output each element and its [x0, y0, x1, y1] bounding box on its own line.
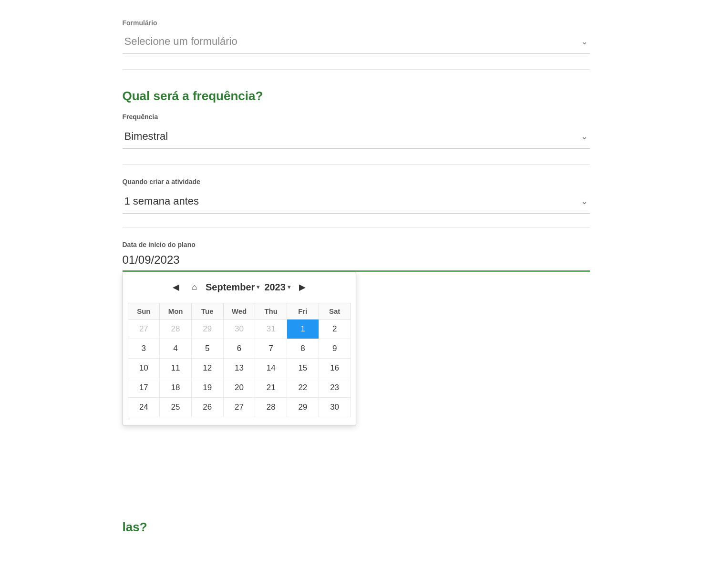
calendar-header-row: Sun Mon Tue Wed Thu Fri Sat [128, 303, 351, 320]
frequencia-select[interactable]: Bimestral ⌄ [123, 125, 590, 149]
calendar-day-cell[interactable]: 29 [287, 398, 319, 417]
year-dropdown-arrow: ▾ [288, 284, 290, 290]
divider-2 [123, 164, 590, 165]
calendar-day-cell[interactable]: 12 [191, 359, 223, 378]
quando-criar-select[interactable]: 1 semana antes ⌄ [123, 190, 590, 214]
calendar-day-cell[interactable]: 16 [319, 359, 351, 378]
calendar-day-cell[interactable]: 18 [160, 378, 192, 398]
frequencia-value: Bimestral [124, 130, 168, 143]
calendar-week-row: 17181920212223 [128, 378, 351, 398]
calendar-day-cell[interactable]: 26 [191, 398, 223, 417]
calendar-day-cell[interactable]: 10 [128, 359, 160, 378]
calendar-day-cell[interactable]: 14 [255, 359, 287, 378]
quando-criar-section: Quando criar a atividade 1 semana antes … [123, 178, 590, 214]
calendar-day-cell[interactable]: 20 [223, 378, 255, 398]
calendar-day-cell[interactable]: 3 [128, 339, 160, 359]
calendar-day-cell[interactable]: 23 [319, 378, 351, 398]
col-header-sat: Sat [319, 303, 351, 320]
col-header-wed: Wed [223, 303, 255, 320]
month-dropdown-arrow: ▾ [257, 284, 259, 290]
formulario-section: Formulário Selecione um formulário ⌄ [123, 19, 590, 54]
calendar-day-cell[interactable]: 27 [128, 320, 160, 339]
divider-1 [123, 69, 590, 70]
calendar-day-cell[interactable]: 4 [160, 339, 192, 359]
calendar-week-row: 24252627282930 [128, 398, 351, 417]
calendar-day-cell[interactable]: 28 [160, 320, 192, 339]
calendar-year-button[interactable]: 2023▾ [264, 282, 290, 293]
partial-heading: las? [123, 520, 147, 534]
calendar-day-cell[interactable]: 5 [191, 339, 223, 359]
calendar-day-cell[interactable]: 27 [223, 398, 255, 417]
data-inicio-label: Data de início do plano [123, 241, 590, 248]
calendar-day-cell[interactable]: 19 [191, 378, 223, 398]
calendar-week-row: 3456789 [128, 339, 351, 359]
divider-3 [123, 227, 590, 227]
calendar-month-button[interactable]: September▾ [206, 282, 259, 293]
calendar-header: ◀ ⌂ September▾ 2023▾ ▶ [128, 278, 351, 296]
calendar-day-cell[interactable]: 15 [287, 359, 319, 378]
date-input[interactable]: 01/09/2023 [123, 253, 590, 272]
calendar-day-cell[interactable]: 17 [128, 378, 160, 398]
date-input-wrapper: 01/09/2023 ◀ ⌂ September▾ 2023▾ ▶ [123, 253, 590, 272]
calendar-day-cell[interactable]: 22 [287, 378, 319, 398]
formulario-label: Formulário [123, 19, 590, 27]
calendar-day-cell[interactable]: 11 [160, 359, 192, 378]
calendar-day-cell[interactable]: 7 [255, 339, 287, 359]
calendar-week-row: 10111213141516 [128, 359, 351, 378]
calendar-day-cell[interactable]: 21 [255, 378, 287, 398]
calendar-day-cell[interactable]: 24 [128, 398, 160, 417]
col-header-mon: Mon [160, 303, 192, 320]
calendar-day-cell[interactable]: 25 [160, 398, 192, 417]
calendar-day-cell[interactable]: 30 [319, 398, 351, 417]
calendar-week-row: 272829303112 [128, 320, 351, 339]
calendar-day-cell[interactable]: 29 [191, 320, 223, 339]
formulario-placeholder: Selecione um formulário [124, 35, 237, 48]
calendar-day-cell[interactable]: 2 [319, 320, 351, 339]
col-header-fri: Fri [287, 303, 319, 320]
formulario-select[interactable]: Selecione um formulário ⌄ [123, 31, 590, 54]
calendar-day-cell[interactable]: 6 [223, 339, 255, 359]
calendar-month-label: September [206, 282, 255, 293]
calendar-year-label: 2023 [264, 282, 286, 293]
calendar-day-cell[interactable]: 30 [223, 320, 255, 339]
quando-criar-label: Quando criar a atividade [123, 178, 590, 186]
calendar-next-button[interactable]: ▶ [295, 280, 310, 294]
frequencia-label: Frequência [123, 113, 590, 121]
calendar-day-cell[interactable]: 31 [255, 320, 287, 339]
data-inicio-section: Data de início do plano 01/09/2023 ◀ ⌂ S… [123, 241, 590, 272]
calendar-prev-button[interactable]: ◀ [169, 280, 183, 294]
col-header-sun: Sun [128, 303, 160, 320]
calendar-day-cell[interactable]: 13 [223, 359, 255, 378]
quando-criar-value: 1 semana antes [124, 195, 199, 207]
chevron-down-icon: ⌄ [581, 36, 588, 47]
partial-section: las? [123, 520, 590, 535]
col-header-tue: Tue [191, 303, 223, 320]
chevron-down-icon-2: ⌄ [581, 131, 588, 142]
chevron-down-icon-3: ⌄ [581, 196, 588, 206]
calendar-day-cell[interactable]: 28 [255, 398, 287, 417]
calendar-home-button[interactable]: ⌂ [188, 280, 201, 294]
calendar-day-cell[interactable]: 8 [287, 339, 319, 359]
frequencia-section: Qual será a frequência? Frequência Bimes… [123, 89, 590, 149]
calendar-day-cell[interactable]: 9 [319, 339, 351, 359]
calendar-day-cell[interactable]: 1 [287, 320, 319, 339]
frequencia-heading: Qual será a frequência? [123, 89, 590, 103]
calendar-popup: ◀ ⌂ September▾ 2023▾ ▶ Sun Mon [123, 272, 356, 425]
calendar-grid: Sun Mon Tue Wed Thu Fri Sat 272829303112… [128, 303, 351, 417]
col-header-thu: Thu [255, 303, 287, 320]
